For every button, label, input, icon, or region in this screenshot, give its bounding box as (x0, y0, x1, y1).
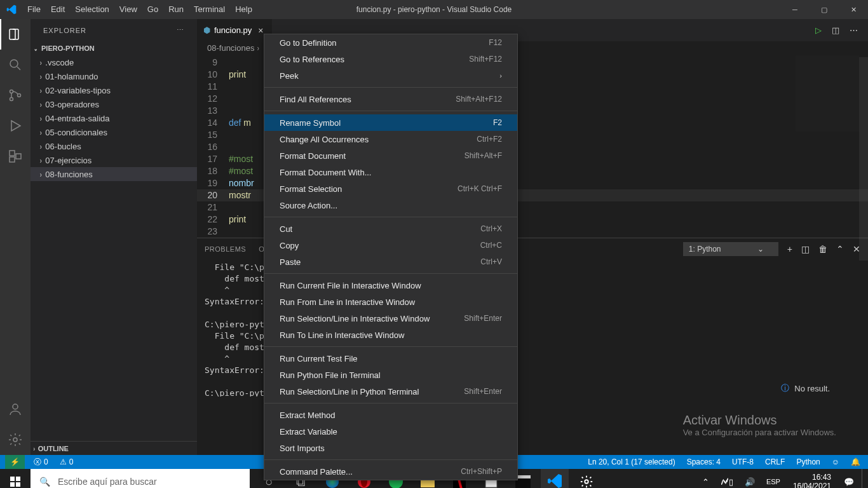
ctx-rename-symbol[interactable]: Rename SymbolF2 (264, 114, 517, 131)
tree-item-07-ejercicios[interactable]: ›07-ejercicios (31, 153, 197, 167)
chevron-right-icon: › (40, 72, 42, 81)
minimap[interactable] (796, 55, 859, 132)
panel-tab-problems[interactable]: PROBLEMS (205, 240, 246, 258)
menu-help[interactable]: Help (230, 0, 257, 19)
file-tree: ›.vscode›01-holamundo›02-variables-tipos… (31, 55, 197, 441)
ctx-format-document[interactable]: Format DocumentShift+Alt+F (264, 147, 517, 164)
new-terminal-icon[interactable]: + (787, 244, 792, 254)
extensions-icon[interactable] (0, 141, 31, 172)
volume-icon[interactable]: 🔊 (741, 477, 759, 487)
warnings-count[interactable]: ⚠ 0 (57, 455, 76, 469)
menu-run[interactable]: Run (163, 0, 189, 19)
menu-go[interactable]: Go (142, 0, 163, 19)
tree-item-01-holamundo[interactable]: ›01-holamundo (31, 69, 197, 83)
settings-gear-icon[interactable] (0, 424, 31, 455)
ctx-change-all-occurrences[interactable]: Change All OccurrencesCtrl+F2 (264, 131, 517, 147)
ctx-cut[interactable]: CutCtrl+X (264, 220, 517, 237)
tree-item-08-funciones[interactable]: ›08-funciones (31, 167, 197, 181)
clock[interactable]: 16:43 16/04/2021 (788, 473, 836, 488)
ctx-run-current-file-in-interactive-window[interactable]: Run Current File in Interactive Window (264, 277, 517, 294)
ctx-paste[interactable]: PasteCtrl+V (264, 254, 517, 270)
chevron-right-icon: › (257, 43, 259, 53)
show-desktop[interactable] (862, 469, 865, 488)
ctx-format-document-with-[interactable]: Format Document With... (264, 164, 517, 180)
taskbar-search[interactable]: 🔍 Escribe aquí para buscar (31, 469, 250, 488)
tree-item-05-condicionales[interactable]: ›05-condicionales (31, 125, 197, 139)
more-actions-icon[interactable]: ⋯ (850, 25, 858, 35)
menu-selection[interactable]: Selection (70, 0, 114, 19)
run-debug-icon[interactable] (0, 111, 31, 141)
menu-edit[interactable]: Edit (46, 0, 70, 19)
kill-terminal-icon[interactable]: 🗑 (818, 244, 827, 254)
svg-rect-12 (16, 482, 20, 487)
tree-item-02-variables-tipos[interactable]: ›02-variables-tipos (31, 83, 197, 97)
encoding[interactable]: UTF-8 (729, 455, 756, 469)
svg-rect-5 (10, 157, 15, 162)
menu-view[interactable]: View (114, 0, 142, 19)
account-icon[interactable] (0, 394, 31, 424)
ctx-find-all-references[interactable]: Find All ReferencesShift+Alt+F12 (264, 91, 517, 107)
language-mode[interactable]: Python (794, 455, 822, 469)
terminal-selector[interactable]: 1: Python⌄ (683, 242, 778, 256)
line-col[interactable]: Ln 20, Col 1 (17 selected) (585, 455, 677, 469)
more-icon[interactable]: ⋯ (177, 26, 184, 34)
ctx-peek[interactable]: Peek› (264, 67, 517, 84)
language-indicator[interactable]: ESP (763, 478, 784, 485)
indentation[interactable]: Spaces: 4 (684, 455, 723, 469)
tree-item-.vscode[interactable]: ›.vscode (31, 55, 197, 69)
notifications-icon[interactable]: 🔔 (848, 455, 863, 469)
errors-count[interactable]: ⓧ 0 (31, 455, 51, 469)
chevron-right-icon: › (40, 114, 42, 123)
tray-chevron-icon[interactable]: ⌃ (698, 477, 713, 487)
tab-funcion[interactable]: ⬢ funcion.py × (197, 19, 272, 41)
settings-taskbar-icon[interactable] (573, 469, 600, 488)
start-button[interactable] (0, 469, 31, 488)
menu-terminal[interactable]: Terminal (189, 0, 230, 19)
ctx-copy[interactable]: CopyCtrl+C (264, 237, 517, 254)
ctx-extract-method[interactable]: Extract Method (264, 407, 517, 423)
chevron-down-icon: ⌄ (34, 44, 37, 53)
eol[interactable]: CRLF (763, 455, 787, 469)
ctx-run-python-file-in-terminal[interactable]: Run Python File in Terminal (264, 367, 517, 383)
ctx-go-to-references[interactable]: Go to ReferencesShift+F12 (264, 51, 517, 67)
ctx-format-selection[interactable]: Format SelectionCtrl+K Ctrl+F (264, 180, 517, 197)
chevron-right-icon: › (40, 86, 42, 95)
ctx-sort-imports[interactable]: Sort Imports (264, 440, 517, 456)
remote-indicator[interactable]: ⚡ (5, 455, 25, 469)
tree-item-03-operadores[interactable]: ›03-operadores (31, 97, 197, 111)
ctx-run-to-line-in-interactive-window[interactable]: Run To Line in Interactive Window (264, 327, 517, 343)
svg-rect-9 (10, 477, 15, 481)
ctx-source-action-[interactable]: Source Action... (264, 197, 517, 214)
ctx-run-selection-line-in-interactive-window[interactable]: Run Selection/Line in Interactive Window… (264, 310, 517, 327)
explorer-icon[interactable] (0, 19, 31, 50)
split-terminal-icon[interactable]: ◫ (801, 244, 810, 254)
ctx-extract-variable[interactable]: Extract Variable (264, 423, 517, 440)
search-icon[interactable] (0, 50, 31, 80)
vscode-taskbar-icon[interactable] (541, 469, 569, 488)
ctx-run-from-line-in-interactive-window[interactable]: Run From Line in Interactive Window (264, 294, 517, 310)
project-section[interactable]: ⌄ PIERO-PYTHON (31, 41, 197, 55)
maximize-button[interactable]: ▢ (810, 0, 839, 19)
svg-point-0 (10, 60, 18, 67)
minimize-button[interactable]: ─ (780, 0, 810, 19)
tree-item-04-entrada-salida[interactable]: ›04-entrada-salida (31, 111, 197, 125)
ctx-run-current-test-file[interactable]: Run Current Test File (264, 350, 517, 367)
battery-icon[interactable]: 🗲▯ (717, 477, 737, 487)
ctx-command-palette-[interactable]: Command Palette...Ctrl+Shift+P (264, 463, 517, 480)
action-center-icon[interactable]: 💬 (840, 477, 858, 487)
scrollbar[interactable] (859, 57, 868, 261)
outline-section[interactable]: › OUTLINE (31, 441, 197, 455)
tree-item-06-bucles[interactable]: ›06-bucles (31, 139, 197, 153)
maximize-panel-icon[interactable]: ⌃ (836, 244, 844, 254)
ctx-run-selection-line-in-python-terminal[interactable]: Run Selection/Line in Python TerminalShi… (264, 383, 517, 400)
split-editor-icon[interactable]: ◫ (832, 25, 839, 35)
explorer-title: EXPLORER (43, 27, 86, 34)
ctx-go-to-definition[interactable]: Go to DefinitionF12 (264, 34, 517, 51)
window-title: funcion.py - piero-python - Visual Studi… (356, 5, 512, 14)
run-file-icon[interactable]: ▷ (815, 25, 822, 35)
close-button[interactable]: ✕ (839, 0, 868, 19)
feedback-icon[interactable]: ☺ (829, 455, 842, 469)
menu-file[interactable]: File (22, 0, 46, 19)
source-control-icon[interactable] (0, 80, 31, 111)
search-no-result-toast: ⓘ No result. (775, 379, 836, 398)
